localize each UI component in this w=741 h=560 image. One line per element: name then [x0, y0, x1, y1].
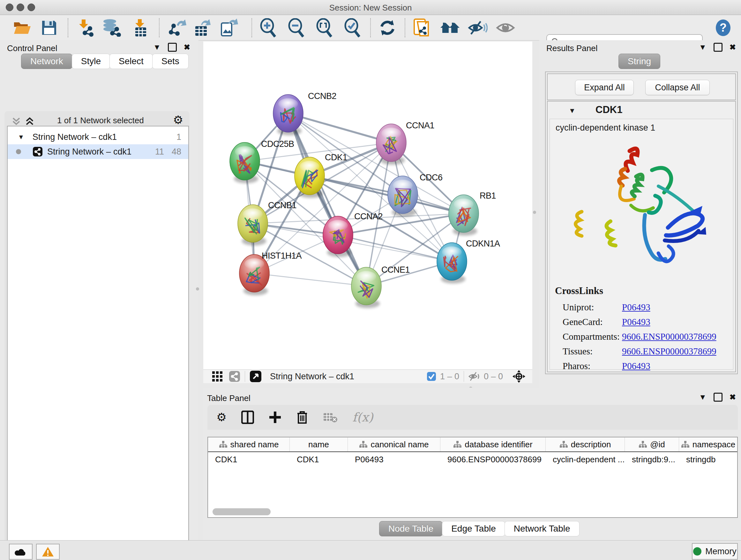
crosslink-link[interactable]: P06493 — [622, 361, 650, 371]
crosslink-link[interactable]: P06493 — [622, 302, 650, 313]
table-row[interactable]: CDK1 CDK1 P06493 9606.ENSP00000378699 cy… — [208, 452, 737, 467]
export-network-icon[interactable] — [169, 19, 188, 37]
crosslink-label: GeneCard: — [562, 317, 622, 327]
expand-all-button[interactable]: Expand All — [575, 80, 634, 95]
network-canvas[interactable]: CCNB2CCNA1CDC25BCDK1CDC6RB1CCNB1CCNA2CDK… — [203, 42, 532, 369]
panel-menu-icon[interactable]: ▼ — [699, 393, 706, 401]
string-results-container: Expand All Collapse All ▼ CDK1 cyclin-de… — [545, 71, 738, 374]
crosslink-link[interactable]: 9606.ENSP00000378699 — [622, 346, 717, 357]
delete-column-trash-icon[interactable] — [296, 410, 308, 424]
panel-menu-icon[interactable]: ▼ — [153, 44, 161, 51]
collapse-all-button[interactable]: Collapse All — [645, 80, 710, 95]
show-columns-icon[interactable] — [241, 411, 254, 424]
column-namespace-icon — [681, 441, 689, 448]
node-table: shared name name canonical name database… — [207, 437, 738, 518]
panel-close-icon[interactable]: ✖ — [184, 44, 190, 51]
zoom-fit-icon[interactable] — [315, 19, 333, 37]
network-collection-row[interactable]: ▼ String Network – cdk1 1 — [8, 130, 188, 144]
crosslink-label: Uniprot: — [562, 302, 622, 313]
function-builder-icon[interactable]: f(x) — [352, 410, 373, 424]
show-panel-eye-icon[interactable] — [496, 19, 515, 37]
column-header-description[interactable]: description — [546, 437, 625, 451]
protein-collapse-icon[interactable]: ▼ — [569, 107, 576, 115]
vertical-splitter-handle[interactable] — [196, 287, 199, 291]
fit-content-crosshair-icon[interactable] — [512, 369, 526, 383]
collapse-all-networks-icon[interactable] — [11, 117, 21, 126]
delete-table-icon[interactable] — [323, 412, 338, 423]
panel-close-icon[interactable]: ✖ — [730, 393, 736, 401]
warnings-button[interactable] — [36, 544, 60, 560]
column-header-name[interactable]: name — [290, 437, 348, 451]
tab-select-label: Select — [119, 56, 144, 66]
column-header-id[interactable]: @id — [625, 437, 679, 451]
column-header-shared-name[interactable]: shared name — [208, 437, 290, 451]
crosslink-link[interactable]: P06493 — [622, 317, 650, 327]
crosslinks-list: Uniprot:P06493 GeneCard:P06493 Compartme… — [562, 300, 729, 373]
column-label: description — [571, 440, 611, 449]
collection-expand-icon[interactable]: ▼ — [18, 133, 24, 141]
panel-close-icon[interactable]: ✖ — [730, 44, 736, 51]
protein-description: cyclin-dependent kinase 1 — [556, 123, 655, 133]
tab-node-table[interactable]: Node Table — [379, 521, 443, 537]
zoom-selected-icon[interactable] — [343, 19, 361, 37]
network-name: String Network – cdk1 — [47, 147, 131, 157]
column-header-namespace[interactable]: namespace — [679, 437, 737, 451]
export-table-icon[interactable] — [193, 19, 212, 37]
tab-style[interactable]: Style — [72, 54, 110, 69]
memory-status-dot — [693, 547, 701, 556]
column-header-canonical-name[interactable]: canonical name — [348, 437, 441, 451]
import-table-icon[interactable] — [131, 19, 149, 37]
window-title: Session: New Session — [0, 3, 741, 13]
panel-float-icon[interactable] — [168, 43, 177, 52]
birdseye-view-icon[interactable] — [250, 370, 262, 382]
cloud-status-button[interactable] — [9, 544, 32, 560]
tab-select[interactable]: Select — [110, 54, 153, 69]
import-network-icon[interactable] — [76, 19, 95, 37]
expand-all-networks-icon[interactable] — [25, 117, 35, 126]
toolbar-separator — [370, 18, 371, 37]
clone-network-icon[interactable] — [412, 19, 431, 37]
title-bar: Session: New Session — [0, 0, 741, 15]
open-session-icon[interactable] — [13, 19, 31, 37]
panel-float-icon[interactable] — [714, 393, 723, 401]
column-label: @id — [650, 440, 665, 449]
table-options-gear-icon[interactable]: ⚙ — [216, 412, 226, 423]
export-image-icon[interactable] — [219, 19, 239, 37]
vertical-splitter-handle[interactable] — [533, 211, 536, 214]
help-icon[interactable]: ? — [715, 19, 731, 37]
tab-string[interactable]: String — [618, 54, 660, 69]
home-pages-icon[interactable] — [440, 19, 460, 37]
column-header-database-identifier[interactable]: database identifier — [441, 437, 546, 451]
grid-view-icon[interactable] — [212, 371, 223, 382]
horizontal-scrollbar[interactable] — [212, 508, 271, 515]
svg-text:HIST1H1A: HIST1H1A — [262, 251, 302, 260]
tab-network[interactable]: Network — [21, 54, 72, 69]
toolbar-separator — [252, 18, 252, 37]
network-list-icon[interactable] — [229, 371, 240, 382]
toolbar-separator — [68, 18, 68, 37]
protein-detail-box: cyclin-dependent kinase 1 — [549, 119, 733, 370]
save-session-icon[interactable] — [41, 19, 57, 37]
memory-button[interactable]: Memory — [692, 543, 738, 560]
selected-counts: 1 – 0 — [440, 372, 459, 381]
hide-panel-eye-slash-icon[interactable] — [468, 19, 488, 37]
zoom-out-icon[interactable] — [287, 19, 305, 37]
network-row[interactable]: String Network – cdk1 11 48 — [8, 144, 188, 159]
panel-float-icon[interactable] — [714, 43, 723, 52]
tab-style-label: Style — [81, 56, 101, 66]
import-database-icon[interactable] — [102, 19, 122, 37]
crosslink-link[interactable]: 9606.ENSP00000378699 — [622, 331, 717, 342]
add-column-icon[interactable] — [269, 411, 281, 424]
string-network-graph[interactable]: CCNB2CCNA1CDC25BCDK1CDC6RB1CCNB1CCNA2CDK… — [203, 42, 532, 369]
string-network-icon — [32, 146, 43, 157]
tab-edge-table[interactable]: Edge Table — [442, 521, 505, 537]
hidden-elements-eye-slash-icon — [468, 372, 481, 381]
network-node-count: 11 — [155, 147, 164, 157]
panel-menu-icon[interactable]: ▼ — [699, 44, 706, 51]
tab-network-table[interactable]: Network Table — [504, 521, 580, 537]
network-options-gear-icon[interactable]: ⚙ — [173, 114, 183, 126]
refresh-layout-icon[interactable] — [379, 19, 396, 37]
tab-sets[interactable]: Sets — [152, 54, 189, 69]
zoom-in-icon[interactable] — [259, 19, 277, 37]
selected-nodes-checkbox-icon[interactable] — [427, 372, 436, 381]
